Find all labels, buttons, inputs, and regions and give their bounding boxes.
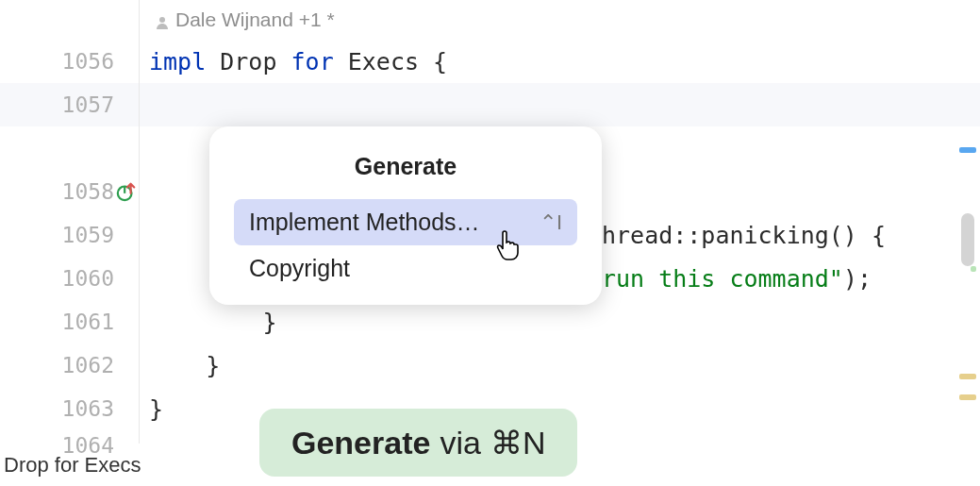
marker-bar[interactable] [957, 0, 978, 444]
code-line[interactable]: } [140, 344, 980, 387]
info-marker[interactable] [959, 147, 976, 153]
popup-title: Generate [209, 136, 602, 199]
line-number[interactable]: 1063 [0, 387, 139, 430]
ok-marker[interactable] [971, 266, 976, 272]
line-number[interactable]: 1058 [0, 170, 139, 213]
author-annotation[interactable]: Dale Wijnand +1 * [140, 0, 980, 40]
code-line[interactable]: impl Drop for Execs { [140, 40, 980, 83]
hint-via: via [440, 425, 480, 461]
hint-action: Generate [291, 425, 430, 461]
code-line-current[interactable] [140, 83, 980, 126]
warning-marker[interactable] [959, 374, 976, 379]
cursor-pointer-icon [496, 228, 524, 260]
breadcrumb-text: Drop for Execs [4, 453, 141, 478]
author-label: Dale Wijnand +1 * [175, 8, 335, 31]
line-number[interactable]: 1061 [0, 300, 139, 344]
line-number[interactable]: 1059 [0, 213, 139, 257]
line-number[interactable]: 1056 [0, 40, 139, 83]
svg-point-2 [159, 17, 165, 23]
gutter-spacer [0, 126, 139, 170]
breadcrumb-bar[interactable]: Drop for Execs [0, 444, 141, 486]
hint-key: ⌘N [490, 424, 546, 461]
generate-popup: Generate Implement Methods… ⌃I Copyright [209, 126, 602, 305]
warning-marker[interactable] [959, 394, 976, 400]
shortcut-hint: Generate via ⌘N [259, 409, 577, 477]
popup-item-label: Implement Methods… [249, 209, 480, 236]
code-line[interactable]: } [140, 300, 980, 344]
popup-item-implement-methods[interactable]: Implement Methods… ⌃I [234, 199, 577, 245]
implement-gutter-icon[interactable] [116, 181, 137, 202]
popup-item-copyright[interactable]: Copyright [234, 245, 577, 292]
line-number[interactable]: 1062 [0, 344, 139, 387]
line-number[interactable]: 1057 [0, 83, 139, 126]
gutter: 1056 1057 1058 1059 1060 1061 1062 1063 … [0, 0, 140, 444]
line-number[interactable]: 1060 [0, 257, 139, 300]
popup-item-shortcut: ⌃I [540, 210, 562, 235]
person-icon [155, 12, 170, 27]
scrollbar-thumb[interactable] [961, 213, 974, 266]
popup-item-label: Copyright [249, 255, 350, 282]
